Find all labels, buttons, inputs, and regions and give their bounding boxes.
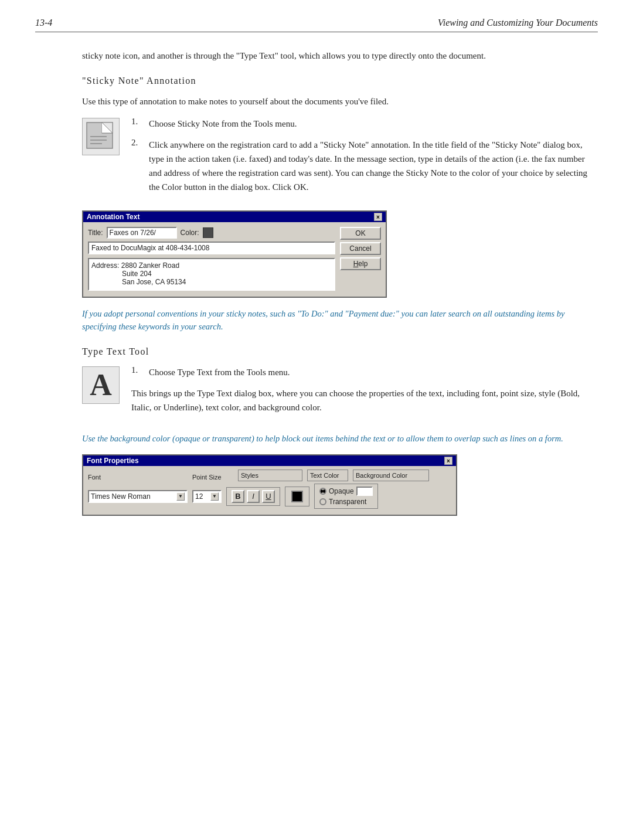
- annotation-title-row: Title: Faxes on 7/26/ Color:: [88, 227, 335, 239]
- intro-paragraph: sticky note icon, and another is through…: [82, 49, 598, 63]
- annotation-message-input[interactable]: Faxed to DocuMagix at 408-434-1008: [88, 242, 335, 254]
- type-text-icon-section: A 1. Choose Type Text from the Tools men…: [82, 365, 598, 423]
- annotation-dialog-buttons: OK Cancel HHelpelp: [340, 227, 381, 291]
- transparent-label: Transparent: [329, 498, 366, 506]
- sticky-step-2: 2. Click anywhere on the registration ca…: [131, 138, 598, 194]
- text-color-column-label: Text Color: [310, 472, 339, 479]
- bg-color-column-label: Background Color: [356, 472, 407, 479]
- italic-note-2: Use the background color (opaque or tran…: [82, 432, 598, 445]
- opaque-radio-row: Opaque: [319, 487, 373, 496]
- annotation-color-label: Color:: [181, 229, 199, 237]
- styles-column-label: Styles: [241, 472, 258, 479]
- styles-label-col: Styles: [238, 470, 302, 481]
- bg-color-label-col: Background Color: [353, 470, 429, 481]
- sticky-note-heading: "Sticky Note" Annotation: [82, 76, 598, 86]
- sticky-note-icon: [82, 118, 120, 155]
- list-number-2: 2.: [131, 138, 143, 148]
- italic-note-1: If you adopt personal conventions in you…: [82, 307, 598, 334]
- font-column-label: Font: [88, 474, 101, 481]
- annotation-dialog-titlebar: Annotation Text ×: [83, 212, 386, 222]
- type-text-step-1-text: Choose Type Text from the Tools menu.: [149, 365, 290, 379]
- point-size-dropdown-arrow[interactable]: ▼: [210, 492, 219, 501]
- annotation-color-swatch[interactable]: [203, 227, 213, 238]
- sticky-step-1: 1. Choose Sticky Note from the Tools men…: [131, 117, 598, 131]
- underline-button[interactable]: U: [262, 490, 275, 503]
- type-text-step-1-number: 1.: [131, 365, 143, 375]
- transparent-radio-row: Transparent: [319, 498, 373, 506]
- font-dialog-close-button[interactable]: ×: [444, 457, 452, 465]
- page-title: Viewing and Customizing Your Documents: [438, 18, 598, 28]
- annotation-help-label: H: [353, 260, 359, 268]
- type-text-body: This brings up the Type Text dialog box,…: [131, 386, 598, 414]
- sticky-step-2-text: Click anywhere on the registration card …: [149, 138, 598, 194]
- opaque-label: Opaque: [329, 487, 354, 495]
- text-color-label-col: Text Color: [307, 470, 348, 481]
- opaque-radio[interactable]: [319, 488, 326, 495]
- italic-button[interactable]: I: [247, 490, 260, 503]
- list-number-1: 1.: [131, 117, 143, 127]
- sticky-note-icon-section: 1. Choose Sticky Note from the Tools men…: [82, 117, 598, 201]
- annotation-dialog-main: Title: Faxes on 7/26/ Color: Faxed to Do…: [88, 227, 335, 291]
- sticky-note-svg: [86, 121, 116, 152]
- annotation-close-button[interactable]: ×: [374, 213, 382, 221]
- styles-group: B I U: [226, 487, 280, 506]
- sticky-step-1-text: Choose Sticky Note from the Tools menu.: [149, 117, 297, 131]
- font-value: Times New Roman: [91, 492, 176, 501]
- annotation-address-area[interactable]: Address: 2880 Zanker Road Suite 204 San …: [88, 258, 335, 291]
- annotation-dialog-body: Title: Faxes on 7/26/ Color: Faxed to Do…: [83, 222, 386, 297]
- font-dialog-titlebar: Font Properties ×: [83, 455, 456, 466]
- annotation-title-input[interactable]: Faxes on 7/26/: [107, 227, 177, 239]
- font-dropdown[interactable]: Times New Roman ▼: [88, 490, 188, 503]
- type-text-heading: Type Text Tool: [82, 346, 598, 357]
- font-dropdown-arrow[interactable]: ▼: [176, 492, 185, 501]
- type-text-icon-col: A: [82, 365, 120, 404]
- type-text-icon: A: [82, 366, 120, 404]
- annotation-ok-button[interactable]: OK: [340, 227, 381, 240]
- font-dialog-title: Font Properties: [87, 457, 139, 465]
- bg-color-group: Opaque Transparent: [314, 484, 378, 509]
- page-header: 13-4 Viewing and Customizing Your Docume…: [35, 18, 598, 32]
- annotation-address-line3: San Jose, CA 95134: [91, 278, 332, 286]
- font-dialog-labels-row: Font Point Size Styles Text Color Backgr…: [88, 470, 451, 481]
- annotation-dialog: Annotation Text × Title: Faxes on 7/26/ …: [82, 210, 387, 298]
- annotation-title-label: Title:: [88, 229, 103, 237]
- point-size-dropdown[interactable]: 12 ▼: [192, 490, 222, 503]
- transparent-radio[interactable]: [319, 498, 326, 505]
- text-color-swatch[interactable]: [291, 491, 303, 502]
- page-number: 13-4: [35, 18, 52, 28]
- font-dialog-body: Font Point Size Styles Text Color Backgr…: [83, 466, 456, 515]
- annotation-help-button[interactable]: HHelpelp: [340, 257, 381, 270]
- annotation-address-label: Address: 2880 Zanker Road: [91, 261, 332, 270]
- sticky-note-intro: Use this type of annotation to make note…: [82, 94, 598, 108]
- font-dialog: Font Properties × Font Point Size Styles: [82, 454, 457, 516]
- sticky-note-steps: 1. Choose Sticky Note from the Tools men…: [131, 117, 598, 201]
- bold-button[interactable]: B: [232, 490, 244, 503]
- annotation-dialog-title: Annotation Text: [87, 213, 139, 221]
- font-label-col: Font: [88, 473, 188, 481]
- point-size-value: 12: [195, 492, 210, 501]
- annotation-address-section: Address: 2880 Zanker Road Suite 204 San …: [88, 258, 335, 291]
- annotation-cancel-button[interactable]: Cancel: [340, 242, 381, 255]
- sticky-note-icon-col: [82, 117, 120, 155]
- type-text-steps: 1. Choose Type Text from the Tools menu.…: [131, 365, 598, 423]
- text-color-group: [285, 487, 309, 506]
- point-size-label-col: Point Size: [192, 473, 233, 481]
- annotation-address-line2: Suite 204: [91, 270, 332, 278]
- type-text-step-1: 1. Choose Type Text from the Tools menu.: [131, 365, 598, 379]
- point-size-column-label: Point Size: [192, 474, 222, 481]
- type-text-letter-a: A: [90, 370, 112, 400]
- opaque-color-input[interactable]: [356, 487, 373, 496]
- font-dialog-controls-row: Times New Roman ▼ 12 ▼ B I U: [88, 484, 451, 509]
